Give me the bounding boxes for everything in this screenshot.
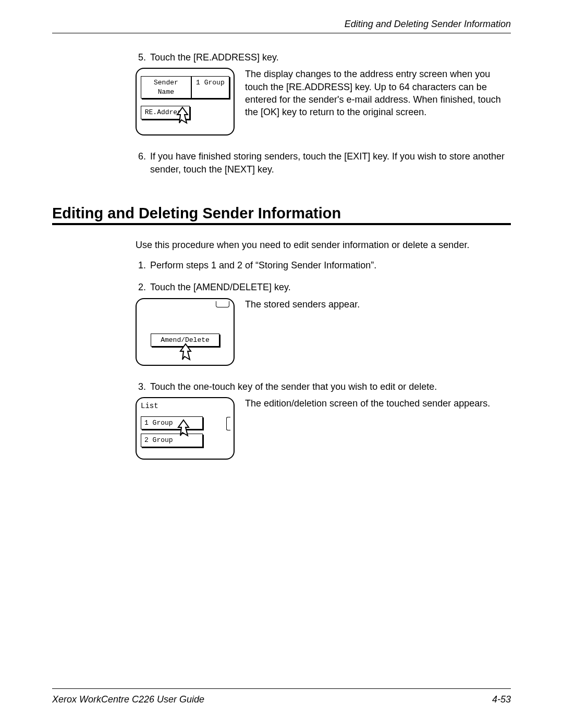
touch-panel-amend: Amend/Delete [136,298,235,366]
pointer-icon [174,106,191,127]
step-text: If you have finished storing senders, to… [150,150,511,176]
panel-tab-icon [216,301,229,307]
step-number: 6. [136,150,150,176]
step-number: 3. [136,380,150,393]
step5-caption: The display changes to the address entry… [245,68,511,118]
step-text: Touch the one-touch key of the sender th… [150,380,511,393]
step-text: Touch the [AMEND/DELETE] key. [150,281,511,293]
pointer-icon [175,419,192,440]
heading-rule [52,223,511,225]
pointer-icon [177,343,194,364]
section-heading: Editing and Deleting Sender Information [52,205,511,222]
step-number: 1. [136,259,150,272]
list-label: List [141,401,229,411]
step-number: 5. [136,51,150,64]
list-item-1[interactable]: 1 Group [141,416,203,430]
touch-panel-readdress: Sender Name 1 Group RE.Address [136,68,235,135]
scroll-indicator [226,417,230,430]
list-item-2[interactable]: 2 Group [141,434,203,447]
step-text: Touch the [RE.ADDRESS] key. [150,51,511,64]
step-text: Perform steps 1 and 2 of “Storing Sender… [150,259,511,272]
step-number: 2. [136,281,150,293]
step3b-caption: The edition/deletion screen of the touch… [245,397,511,410]
footer-page-number: 4-53 [492,694,511,705]
step2b-caption: The stored senders appear. [245,298,511,311]
sender-name-button[interactable]: Sender Name [141,76,191,98]
group-button[interactable]: 1 Group [191,76,229,98]
touch-panel-list: List 1 Group 2 Group [136,397,235,460]
footer-guide-title: Xerox WorkCentre C226 User Guide [52,694,204,705]
running-header: Editing and Deleting Sender Information [52,19,511,33]
intro-paragraph: Use this procedure when you need to edit… [136,239,511,252]
